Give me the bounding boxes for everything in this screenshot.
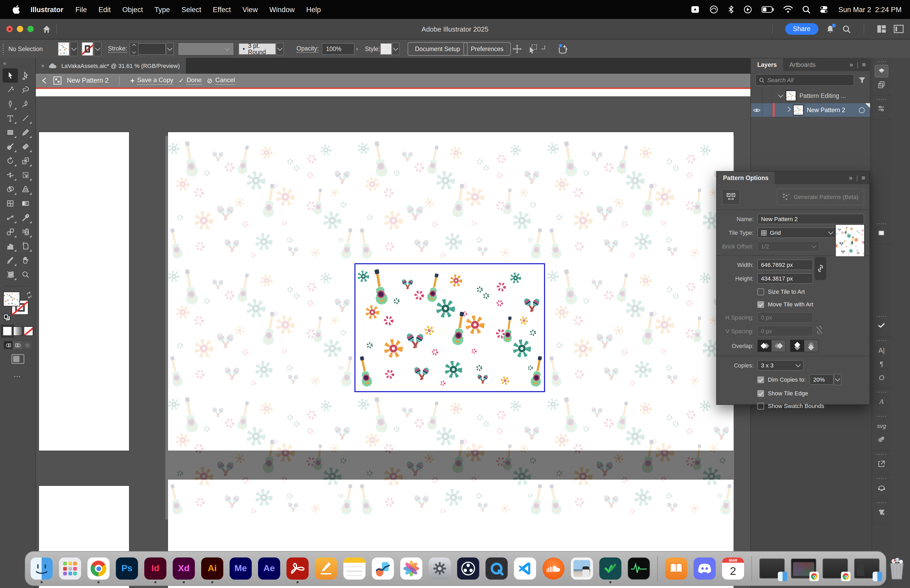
input-source-icon[interactable]: [690, 5, 700, 14]
brush-definition[interactable]: •3 pt. Round: [239, 43, 276, 55]
dock-photoshop[interactable]: Ps: [116, 557, 138, 580]
line-segment-tool[interactable]: [18, 111, 33, 125]
dock-books[interactable]: [665, 557, 687, 580]
dock-minimized-chrome-window-2[interactable]: [823, 559, 848, 578]
dock-discord[interactable]: [693, 557, 716, 580]
wrinkle-checkmark-icon[interactable]: [875, 320, 888, 332]
control-center-icon[interactable]: [819, 5, 828, 14]
cancel-button[interactable]: ⊘ Cancel: [207, 76, 235, 85]
paragraph-panel-icon[interactable]: ¶: [875, 357, 888, 370]
brush-definition-dropdown[interactable]: [276, 42, 284, 55]
dock-calendar[interactable]: MAR2: [722, 557, 744, 580]
stroke-swatch-none[interactable]: [82, 42, 93, 55]
scale-tool[interactable]: [18, 154, 33, 168]
export-panel-icon[interactable]: [875, 457, 888, 470]
strip-grip[interactable]: [876, 502, 887, 504]
dock-vscode[interactable]: [514, 557, 536, 580]
gradient-tool[interactable]: [18, 196, 33, 210]
dim-copies-dropdown[interactable]: 20%: [810, 374, 834, 385]
opentype-panel-icon[interactable]: O: [875, 371, 888, 384]
select-similar-icon[interactable]: [527, 44, 539, 54]
curvature-tool[interactable]: [18, 97, 33, 111]
select-similar-dropdown[interactable]: [541, 45, 545, 49]
draw-inside-button[interactable]: [23, 341, 32, 349]
size-tile-to-art-checkbox[interactable]: [757, 288, 764, 295]
expand-chevron-icon[interactable]: [778, 92, 783, 98]
panel-menu-icon[interactable]: ≡: [862, 174, 865, 182]
width-tool[interactable]: [2, 168, 18, 182]
dock-media-encoder[interactable]: Me: [230, 557, 252, 580]
menubar-app-name[interactable]: Illustrator: [24, 5, 70, 13]
slice-tool[interactable]: [2, 253, 18, 267]
home-icon[interactable]: [42, 24, 51, 34]
copies-dropdown[interactable]: 3 x 3: [757, 360, 803, 371]
done-button[interactable]: ✓ Done: [178, 76, 202, 85]
width-value-field[interactable]: 646.7692 px: [757, 260, 813, 270]
tab-close-icon[interactable]: ×: [41, 63, 45, 69]
overlap-right-in-front-button[interactable]: [771, 340, 785, 352]
menu-effect[interactable]: Effect: [207, 5, 237, 13]
canvas[interactable]: [36, 87, 750, 588]
collapsed-chevron-icon[interactable]: [786, 107, 791, 112]
window-close-button[interactable]: [6, 26, 13, 32]
dock-notes[interactable]: [343, 557, 365, 580]
stroke-swatch-dropdown[interactable]: [94, 41, 102, 56]
toolbar-collapse-icon[interactable]: «: [3, 60, 6, 66]
layer-name[interactable]: New Pattern 2: [807, 107, 845, 113]
wifi-icon[interactable]: [783, 5, 793, 14]
shape-builder-tool[interactable]: [2, 182, 18, 196]
pen-tool[interactable]: [2, 97, 18, 111]
dock-illustrator[interactable]: Ai: [201, 557, 223, 580]
target-circle-icon[interactable]: [859, 107, 865, 113]
overlap-top-in-front-button[interactable]: [790, 340, 804, 352]
dock-photos[interactable]: [400, 557, 422, 580]
constrain-proportions-link-icon[interactable]: [815, 257, 826, 280]
layer-name[interactable]: Pattern Editing ...: [799, 93, 846, 99]
save-a-copy-button[interactable]: + Save a Copy: [130, 76, 173, 85]
dock-xd[interactable]: Xd: [173, 557, 195, 580]
artboards-panel-icon[interactable]: [875, 78, 888, 91]
strip-grip[interactable]: [876, 391, 887, 393]
search-input[interactable]: Search All: [755, 74, 854, 86]
draw-behind-button[interactable]: [13, 341, 22, 349]
document-tab[interactable]: × LaVakaAssets.aic* @ 31.61 % (RGB/Previ…: [36, 58, 186, 74]
align-icon[interactable]: [512, 44, 522, 54]
apple-menu-icon[interactable]: [8, 5, 24, 14]
properties-panel-icon[interactable]: [875, 103, 888, 115]
swap-fill-stroke-icon[interactable]: [26, 292, 32, 299]
free-transform-tool[interactable]: [18, 168, 33, 182]
eyedropper-tool[interactable]: [18, 210, 33, 225]
dock-after-effects[interactable]: Ae: [258, 557, 280, 580]
strip-grip[interactable]: [876, 453, 887, 456]
panel-collapse-icon[interactable]: »: [849, 174, 852, 182]
dock-pages[interactable]: [315, 557, 337, 580]
layer-thumbnail[interactable]: [793, 105, 803, 115]
move-tile-with-art-checkbox[interactable]: [757, 301, 764, 308]
dock-photo-file[interactable]: [571, 557, 593, 580]
generative-recolor-icon[interactable]: [556, 43, 569, 55]
menu-window[interactable]: Window: [263, 5, 301, 13]
measure-tool[interactable]: [2, 210, 18, 225]
dock-system-settings[interactable]: [429, 557, 451, 580]
filter-icon[interactable]: [858, 77, 866, 84]
exit-pattern-mode-icon[interactable]: [41, 77, 48, 84]
direct-selection-tool[interactable]: [18, 68, 33, 82]
stroke-label[interactable]: Stroke:: [108, 45, 127, 52]
fill-swatch-dropdown[interactable]: [70, 41, 78, 56]
mesh-globe-panel-icon[interactable]: [875, 482, 888, 494]
arrange-documents-icon[interactable]: [894, 25, 904, 33]
mesh-tool[interactable]: [2, 196, 18, 210]
opacity-label[interactable]: Opacity:: [296, 45, 318, 52]
layer-row-new-pattern-2[interactable]: New Pattern 2: [751, 103, 870, 117]
rectangle-tool[interactable]: [2, 125, 18, 139]
opacity-expand-arrow[interactable]: ›: [356, 45, 358, 52]
menu-edit[interactable]: Edit: [93, 5, 116, 13]
selection-tool[interactable]: [2, 68, 18, 82]
pattern-tile-editable[interactable]: [355, 264, 545, 392]
share-button[interactable]: Share: [785, 23, 818, 35]
tab-artboards[interactable]: Artboards: [783, 58, 822, 71]
menu-select[interactable]: Select: [176, 5, 207, 13]
dim-copies-chevron[interactable]: [834, 374, 842, 385]
dim-copies-checkbox[interactable]: [757, 376, 764, 383]
paintbrush-tool[interactable]: [18, 125, 33, 139]
